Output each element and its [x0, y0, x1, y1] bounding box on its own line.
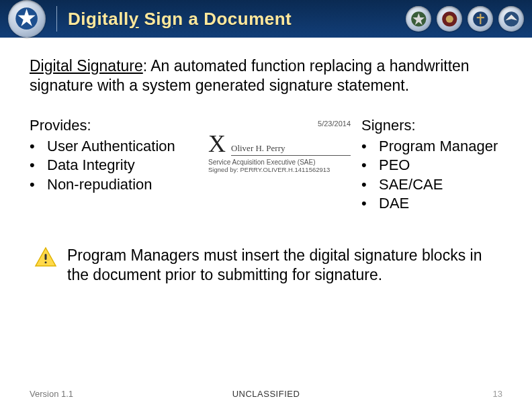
classification-label: UNCLASSIFIED	[232, 389, 300, 399]
list-item: Program Manager	[361, 137, 502, 156]
warning-icon	[34, 246, 58, 270]
signature-signed-by: Signed by: PERRY.OLIVER.H.1411562913	[208, 166, 351, 173]
page-number: 13	[493, 389, 502, 399]
list-item: DAE	[361, 194, 502, 214]
list-item: PEO	[361, 156, 502, 175]
note-text: Program Managers must insert the digital…	[67, 246, 498, 285]
dod-seal-icon	[8, 0, 46, 38]
airforce-seal-icon	[498, 6, 524, 32]
provides-heading: Provides:	[30, 117, 197, 134]
signature-date: 5/23/2014	[208, 120, 351, 128]
svg-point-4	[445, 15, 453, 22]
slide-footer: Version 1.1 UNCLASSIFIED 13	[0, 389, 532, 399]
svg-rect-8	[45, 261, 47, 263]
service-seals	[406, 6, 532, 32]
signers-heading: Signers:	[361, 117, 502, 134]
title-bar: Digitally Sign a Document	[0, 0, 532, 38]
list-item: Non-repudiation	[30, 175, 197, 195]
signers-column: Signers: Program Manager PEO SAE/CAE DAE	[361, 117, 502, 214]
version-label: Version 1.1	[30, 389, 73, 399]
provides-column: Provides: User Authentication Data Integ…	[30, 117, 197, 214]
navy-seal-icon	[468, 6, 493, 32]
marines-seal-icon	[437, 6, 462, 32]
provides-list: User Authentication Data Integrity Non-r…	[30, 137, 197, 195]
list-item: User Authentication	[30, 137, 197, 156]
list-item: Data Integrity	[30, 156, 197, 175]
army-seal-icon	[406, 6, 431, 32]
signers-list: Program Manager PEO SAE/CAE DAE	[361, 137, 502, 214]
signature-role: Service Acquisition Executive (SAE)	[208, 158, 351, 166]
definition-term: Digital Signature	[30, 57, 143, 75]
svg-rect-7	[45, 254, 47, 260]
signature-name: Oliver H. Perry	[231, 143, 351, 156]
definition-paragraph: Digital Signature: An automated function…	[30, 56, 502, 95]
header-divider	[56, 6, 57, 32]
list-item: SAE/CAE	[361, 175, 502, 195]
signature-sample: 5/23/2014 X Oliver H. Perry Service Acqu…	[204, 117, 355, 177]
slide-title: Digitally Sign a Document	[68, 9, 292, 30]
signature-x: X	[208, 132, 226, 156]
